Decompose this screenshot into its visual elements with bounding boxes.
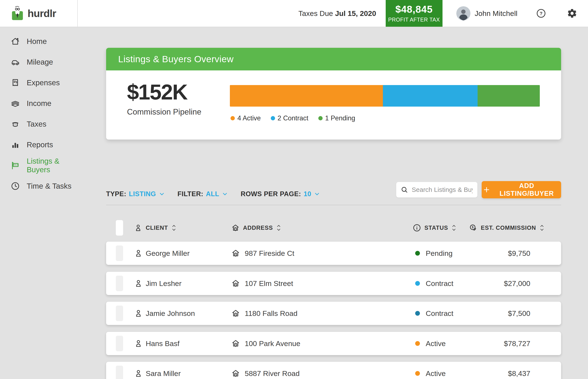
legend-item: 4 Active (230, 114, 261, 122)
sidebar-item-expenses[interactable]: $Expenses (0, 72, 78, 93)
row-checkbox[interactable] (116, 276, 123, 291)
person-icon (134, 279, 143, 288)
column-header-client[interactable]: CLIENT (134, 223, 177, 232)
gear-icon[interactable] (567, 8, 577, 18)
legend-dot (230, 116, 235, 120)
column-header-address[interactable]: ADDRESS (231, 223, 282, 232)
row-checkbox[interactable] (116, 306, 123, 321)
tax-hat-icon (10, 119, 20, 129)
receipt-icon: $ (10, 78, 20, 88)
table-row[interactable]: Hans Basf 100 Park Avenue Active $78,727 (106, 332, 561, 355)
brand-name: hurdlr (28, 8, 56, 19)
sidebar-item-income[interactable]: Income (0, 93, 78, 114)
commission-value: $8,437 (508, 362, 530, 379)
profit-label: PROFIT AFTER TAX (388, 16, 440, 23)
column-header-status[interactable]: STATUS (412, 223, 457, 232)
rows-per-page-value: 10 (304, 190, 311, 198)
user-menu[interactable]: John Mitchell (456, 6, 517, 20)
client-name: Jim Lesher (146, 272, 181, 295)
car-icon (10, 57, 20, 67)
sort-icon[interactable] (451, 224, 457, 232)
pipeline-legend: 4 Active2 Contract1 Pending (230, 114, 355, 122)
table-row[interactable]: Jamie Johnson 1180 Falls Road Contract $… (106, 302, 561, 325)
coins-icon: $ (469, 223, 478, 232)
status-dot (415, 311, 420, 316)
sort-icon[interactable] (276, 224, 282, 232)
help-circle-icon[interactable]: ? (536, 8, 546, 18)
table-row[interactable]: Sara Miller 5887 River Road Active $8,43… (106, 362, 561, 379)
table-header: CLIENT ADDRESS STATUS $ EST. COMMISSION (106, 220, 561, 236)
sidebar-item-reports[interactable]: Reports (0, 134, 78, 155)
filter-dropdown[interactable]: FILTER: ALL (178, 190, 228, 198)
status-label: Active (426, 332, 446, 355)
status-dot (415, 341, 420, 346)
legend-label: 4 Active (237, 114, 261, 122)
select-all-checkbox[interactable] (116, 220, 123, 236)
sidebar-item-label: Income (27, 99, 51, 108)
add-listing-buyer-button[interactable]: ADD LISTING/BUYER (482, 181, 561, 198)
type-dropdown-value: LISTING (129, 190, 156, 198)
legend-label: 2 Contract (278, 114, 308, 122)
legend-label: 1 Pending (325, 114, 355, 122)
taxes-due-date: Jul 15, 2020 (335, 9, 376, 17)
house-pin-icon (231, 223, 240, 232)
address: 5887 River Road (245, 362, 300, 379)
hurdlr-logo-icon (11, 6, 24, 21)
address: 987 Fireside Ct (245, 242, 294, 265)
sort-icon[interactable] (171, 224, 177, 232)
bar-segment-pending (478, 85, 540, 107)
client-name: Hans Basf (146, 332, 180, 355)
person-icon (134, 369, 143, 378)
status-label: Pending (426, 242, 453, 265)
table-row[interactable]: Jim Lesher 107 Elm Street Contract $27,0… (106, 272, 561, 295)
chevron-down-icon (314, 191, 320, 197)
status-label: Contract (426, 272, 453, 295)
sort-icon[interactable] (539, 224, 545, 232)
row-checkbox[interactable] (116, 336, 123, 351)
profit-amount: $48,845 (395, 4, 433, 15)
column-label: ADDRESS (243, 225, 273, 231)
commission-value: $7,500 (508, 302, 530, 325)
person-icon (134, 249, 143, 258)
status-dot (415, 251, 420, 256)
pipeline-label: Commission Pipeline (127, 108, 201, 116)
sidebar-item-label: Mileage (27, 58, 53, 66)
profit-after-tax-badge[interactable]: $48,845 PROFIT AFTER TAX (386, 0, 442, 27)
column-header-commission[interactable]: $ EST. COMMISSION (469, 223, 545, 232)
search-input[interactable] (411, 186, 473, 194)
row-checkbox[interactable] (116, 246, 123, 261)
bar-chart-icon (10, 140, 20, 150)
legend-dot (271, 116, 275, 120)
sidebar-item-taxes[interactable]: Taxes (0, 114, 78, 134)
topbar-right: Taxes Due Jul 15, 2020 $48,845 PROFIT AF… (78, 0, 588, 27)
table-row[interactable]: George Miller 987 Fireside Ct Pending $9… (106, 242, 561, 265)
home-icon (10, 36, 20, 46)
row-checkbox[interactable] (116, 366, 123, 379)
rows-per-page-label: ROWS PER PAGE: (241, 190, 301, 198)
sidebar-item-label: Reports (27, 140, 53, 149)
avatar (456, 6, 470, 20)
search-box (396, 182, 477, 197)
svg-text:$: $ (472, 225, 473, 229)
sidebar-item-mileage[interactable]: Mileage (0, 52, 78, 72)
filter-dropdown-value: ALL (206, 190, 219, 198)
status-dot (415, 281, 420, 286)
brand-logo[interactable]: hurdlr (0, 0, 78, 27)
commission-value: $9,750 (508, 242, 530, 265)
sidebar-item-listings-buyers[interactable]: SALEListings & Buyers (0, 155, 78, 176)
rows-per-page-dropdown[interactable]: ROWS PER PAGE: 10 (241, 190, 320, 198)
house-pin-icon (231, 249, 241, 258)
svg-text:?: ? (540, 11, 542, 16)
type-dropdown[interactable]: TYPE: LISTING (106, 190, 165, 198)
search-icon (401, 186, 408, 194)
sidebar-item-home[interactable]: Home (0, 31, 78, 52)
sidebar-item-time-tasks[interactable]: Time & Tasks (0, 176, 78, 196)
main-content: Listings & Buyers Overview $152K Commiss… (78, 27, 588, 379)
divider (106, 205, 561, 205)
cash-icon (10, 98, 20, 108)
status-label: Contract (426, 302, 453, 325)
legend-item: 1 Pending (318, 114, 355, 122)
bar-segment-contract (383, 85, 477, 107)
bar-segment-active (230, 85, 383, 107)
sidebar-item-label: Time & Tasks (27, 182, 72, 190)
